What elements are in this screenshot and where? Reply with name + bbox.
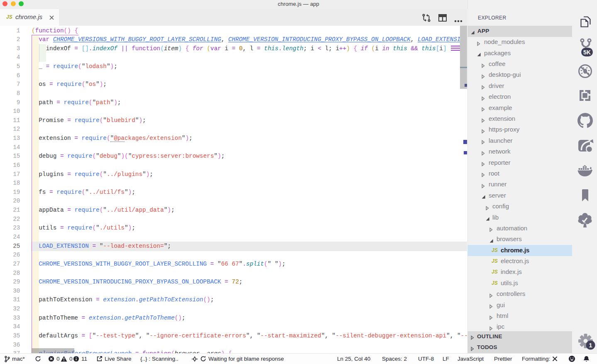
svg-text:5K: 5K: [583, 49, 591, 56]
svg-text:1: 1: [589, 342, 592, 349]
